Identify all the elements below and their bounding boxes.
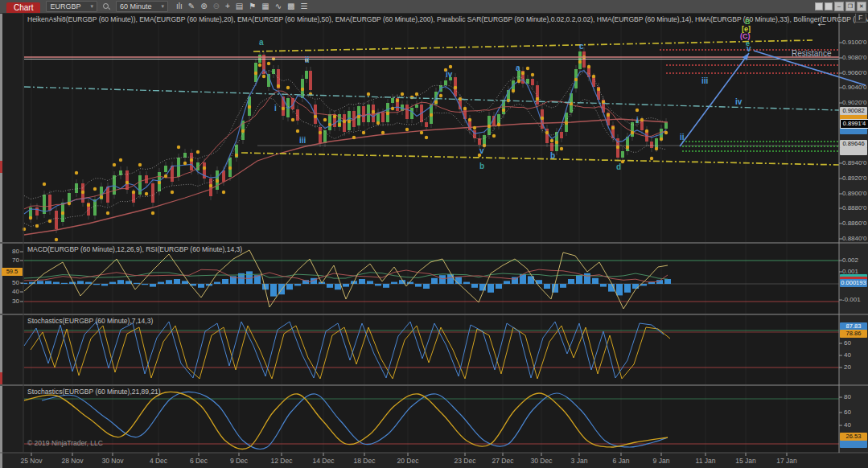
rsi-axis-tick: 70 (0, 257, 19, 264)
instrument-dropdown[interactable]: EURGBP ▾ (46, 1, 97, 12)
tab-chart[interactable]: Chart (6, 2, 40, 13)
date-axis-label: 27 Dec (484, 457, 521, 465)
drawing-tools-icon[interactable]: ✎ (188, 1, 195, 12)
date-axis-label: 4 Dec (140, 457, 177, 465)
crosshair-icon[interactable]: + (225, 1, 230, 12)
date-axis-label: 30 Nov (94, 457, 131, 465)
properties-icon[interactable]: ☰ (301, 1, 308, 12)
wave-label[interactable]: i (636, 117, 639, 125)
date-axis-label: 6 Dec (180, 457, 217, 465)
stoch-value-marker: 78.86 (840, 330, 867, 338)
wave-label[interactable]: ii (305, 56, 310, 64)
date-axis-label: 3 Jan (561, 457, 598, 465)
copyright-label: © 2019 NinjaTrader, LLC (27, 439, 103, 447)
date-axis-label: 11 Jan (687, 457, 724, 465)
chart-window: HeikenAshi8(EURGBP (60 Minute)), EMA(EUR… (0, 0, 868, 468)
price-axis-tick: 0.8920'0 (842, 174, 868, 182)
stoch-axis-tick: 40 (844, 421, 868, 429)
rsi-value-marker: 59.5 (2, 268, 23, 276)
wave-label[interactable]: a (516, 64, 520, 72)
rsi-axis-tick: 50 (0, 279, 19, 286)
date-axis-label: 25 Nov (13, 457, 50, 465)
price-axis-tick: 0.9060'0 (842, 69, 868, 76)
stoch-axis-tick: 40 (844, 351, 868, 359)
macd-value-marker: 0.000193 (840, 279, 867, 287)
price-axis-tick: 0.9020'0 (842, 99, 868, 106)
stoch-axis-tick: 20 (844, 363, 868, 371)
price-axis-tick: 0.8900'0 (842, 190, 868, 197)
price-marker: 0.90082 (840, 107, 867, 115)
price-marker: 0.89646 (840, 140, 867, 148)
macd-axis-tick: -0.001 (842, 296, 868, 303)
chart-canvas[interactable] (0, 0, 868, 468)
zoom-out-icon[interactable]: ⊖ (213, 1, 220, 12)
price-axis-tick: 0.9100'0 (842, 39, 868, 46)
instrument-link-button[interactable] (815, 2, 823, 10)
chart-trader-icon[interactable]: ⚑ (249, 1, 256, 12)
wave-label[interactable]: v (479, 147, 484, 155)
wave-label[interactable]: i (274, 105, 277, 113)
wave-label[interactable]: b (479, 162, 484, 170)
chart-stage: HeikenAshi8(EURGBP (60 Minute)), EMA(EUR… (0, 0, 868, 468)
zoom-in-icon[interactable]: ⊕ (200, 1, 207, 12)
rsi-axis-tick: 30 (0, 298, 19, 305)
date-axis-label: 23 Dec (446, 457, 483, 465)
date-axis-label: 9 Dec (220, 457, 257, 465)
stoch-axis-tick: 80 (844, 393, 868, 400)
degree-label[interactable]: e (746, 39, 750, 47)
instrument-dropdown-value: EURGBP (50, 2, 80, 10)
wave-label[interactable]: ii (680, 133, 685, 142)
fixed-scale-indicator[interactable]: F (855, 13, 866, 23)
scroll-back-button[interactable]: ← (816, 16, 828, 28)
wave-label[interactable]: a (259, 39, 264, 47)
restore-button[interactable]: ❐ (845, 2, 855, 11)
regression-icon[interactable]: ∿ (275, 1, 282, 12)
date-axis-label: 30 Dec (523, 457, 560, 465)
date-axis-label: 6 Jan (603, 457, 640, 465)
wave-label[interactable]: c (579, 43, 584, 51)
price-axis-tick: 0.8840'0 (842, 235, 868, 242)
price-marker-sliver (840, 147, 867, 155)
interval-link-button[interactable] (825, 2, 833, 10)
wave-label[interactable]: iv (446, 71, 452, 79)
chevron-down-icon: ▾ (90, 3, 93, 10)
date-axis-label: 9 Jan (643, 457, 680, 465)
panel2-label: MACD(EURGBP (60 Minute),12,26,9), RSI(EU… (27, 245, 242, 253)
panel3-label: Stochastics(EURGBP (60 Minute),7,14,3) (27, 317, 153, 325)
date-axis-label: 17 Jan (768, 457, 805, 465)
price-marker: 0.8991'4 (840, 119, 868, 129)
rsi-axis-tick: 40 (0, 288, 19, 295)
date-axis-label: 15 Jan (727, 457, 764, 465)
price-axis-tick: 0.8860'0 (842, 220, 868, 227)
date-axis-label: 14 Dec (305, 457, 342, 465)
chart-toolbar: Chart EURGBP ▾ 60 Minute ▾ ılı✎⊕⊖+▤⚑▦∿▩☰… (0, 0, 868, 14)
resistance-label[interactable]: Resistance (792, 49, 831, 58)
wave-label[interactable]: iii (299, 137, 306, 145)
interval-dropdown[interactable]: 60 Minute ▾ (116, 1, 168, 12)
snapshot-icon[interactable]: ▦ (261, 1, 269, 12)
wave-label[interactable]: iv (735, 98, 742, 106)
date-axis-label: 18 Dec (346, 457, 383, 465)
price-axis-tick: 0.9040'0 (842, 84, 868, 91)
data-box-icon[interactable]: ▤ (236, 1, 243, 12)
price-axis-tick: 0.8940'0 (842, 159, 868, 166)
wave-label[interactable]: d (616, 163, 621, 171)
rsi-axis-tick: 80 (0, 248, 19, 255)
search-icon[interactable] (102, 2, 110, 10)
minimize-button[interactable]: – (834, 2, 844, 11)
price-axis-tick: 0.8880'0 (842, 204, 868, 211)
wave-label[interactable]: iii (701, 77, 708, 85)
chart-style-icon[interactable]: ılı (176, 1, 183, 12)
stoch-value-marker: 26.53 (840, 433, 867, 441)
wave-label[interactable]: b (550, 152, 555, 160)
indicators-icon[interactable]: ▩ (287, 1, 294, 12)
chevron-down-icon: ▾ (162, 3, 165, 10)
stoch-axis-tick: 60 (844, 339, 868, 347)
interval-dropdown-value: 60 Minute (120, 2, 152, 10)
date-axis-label: 28 Nov (54, 457, 91, 465)
close-button[interactable]: ✕ (857, 2, 866, 11)
search-icon-handle (108, 7, 110, 10)
stoch-axis-tick: 60 (844, 408, 868, 416)
date-axis-label: 20 Dec (389, 457, 426, 465)
panel4-label: Stochastics(EURGBP (60 Minute),21,89,21) (27, 388, 161, 396)
